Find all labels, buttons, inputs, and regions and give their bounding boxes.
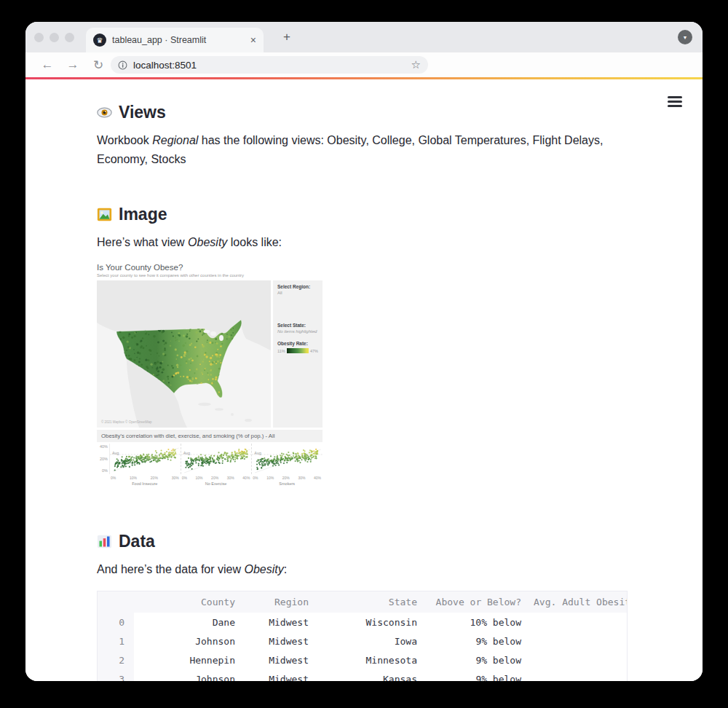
address-bar[interactable]: localhost:8501 ☆ [111,56,428,74]
table-row: 2 HennepinMidwest Minnesota9% below [98,650,627,669]
viz-filter-panel: Select Region: All Select State: No item… [273,280,323,428]
x-ticks: 0%10%20%30% [109,474,181,480]
table-row: 0 DaneMidwest Wisconsin10% below [98,613,627,632]
row-index: 2 [98,650,134,669]
row-index: 0 [98,613,134,632]
browser-window: ♛ tableau_app · Streamlit × + ▼ ← → ↻ lo… [25,22,703,681]
legend-gradient-bar [287,348,309,353]
scatter-y-axis: 40% 20% 0% [97,444,109,473]
tab-close-icon[interactable]: × [250,35,256,45]
x-axis-label: No Exercise [181,481,252,486]
site-info-icon[interactable] [118,60,127,70]
table-row: 3 JohnsonMidwest Kansas9% below [98,669,627,681]
traffic-light-close[interactable] [34,33,44,42]
tableau-view-image: Is Your County Obese? Select your county… [97,263,323,486]
image-paragraph: Here’s what view Obesity looks like: [97,233,631,252]
workbook-name: Regional [152,134,198,146]
views-heading-text: Views [119,103,166,122]
framed-picture-icon [97,207,112,222]
color-legend: 11% 47% [277,348,318,353]
table-header-row: County Region State Above or Below? Avg.… [98,591,627,613]
new-tab-button[interactable]: + [279,29,295,45]
dataframe[interactable]: County Region State Above or Below? Avg.… [97,591,628,681]
select-state-value[interactable]: No items highlighted [277,329,318,334]
col-county[interactable]: County [134,597,235,607]
views-heading: Views [97,79,631,122]
data-heading-text: Data [119,532,155,551]
scatter-strip: Obesity's correlation with diet, exercis… [97,430,323,486]
avg-line-label: Avg [112,451,119,455]
scatter-panel-smokers: Avg 0%10%20%30%40% Smokers [251,444,323,486]
col-region[interactable]: Region [235,597,309,607]
bar-chart-icon [97,534,112,549]
col-avg-obesity[interactable]: Avg. Adult Obesity [521,597,627,607]
browser-tab[interactable]: ♛ tableau_app · Streamlit × [86,28,264,52]
traffic-light-zoom[interactable] [65,33,74,42]
image-view-name: Obesity [188,236,227,248]
image-heading: Image [97,205,631,224]
window-dropdown-icon[interactable]: ▼ [678,30,692,44]
browser-tab-bar: ♛ tableau_app · Streamlit × + ▼ [25,22,703,52]
back-icon[interactable]: ← [38,55,57,74]
browser-toolbar: ← → ↻ localhost:8501 ☆ [25,52,703,77]
select-region-value[interactable]: All [277,291,318,295]
choropleth-map: © 2021 Mapbox © OpenStreetMap [97,280,271,428]
url-text[interactable]: localhost:8501 [133,60,405,71]
data-heading: Data [97,532,631,551]
map-attribution: © 2021 Mapbox © OpenStreetMap [101,420,152,424]
x-axis-label: Food Insecure [109,481,181,486]
streamlit-favicon-icon: ♛ [93,34,106,47]
streamlit-menu-icon[interactable] [668,96,682,107]
x-ticks: 0%10%20%30%40% [251,474,323,480]
avg-line-label: Avg [254,451,261,455]
reload-icon[interactable]: ↻ [89,55,108,74]
tab-title: tableau_app · Streamlit [112,35,245,45]
scatter-panel-food-insecure: Avg 0%10%20%30% Food Insecure [109,444,181,486]
row-index: 3 [98,669,134,681]
views-paragraph: Workbook Regional has the following view… [97,131,631,169]
traffic-light-minimize[interactable] [50,33,59,42]
eye-icon [97,105,112,120]
data-paragraph: And here’s the data for view Obesity: [97,560,631,579]
col-above-below[interactable]: Above or Below? [417,597,521,607]
row-index: 1 [98,632,134,650]
bookmark-star-icon[interactable]: ☆ [411,58,421,71]
avg-line-label: Avg [183,451,190,455]
col-state[interactable]: State [309,597,417,607]
index-header [98,591,134,613]
viz-title: Is Your County Obese? [97,263,323,272]
select-region-label: Select Region: [277,284,318,289]
obesity-rate-label: Obesity Rate: [277,341,318,346]
forward-icon[interactable]: → [63,55,82,74]
image-heading-text: Image [119,205,167,224]
viz-subtitle: Select your county to see how it compare… [97,273,323,278]
scatter-title: Obesity's correlation with diet, exercis… [97,430,323,442]
table-row: 1 JohnsonMidwest Iowa9% below [98,632,627,650]
streamlit-app-content: Views Workbook Regional has the followin… [25,79,703,681]
select-state-label: Select State: [277,323,318,328]
data-view-name: Obesity [245,563,284,575]
x-ticks: 0%10%20%30%40% [181,474,252,480]
scatter-panel-no-exercise: Avg 0%10%20%30%40% No Exercise [181,444,252,486]
x-axis-label: Smokers [251,481,323,486]
